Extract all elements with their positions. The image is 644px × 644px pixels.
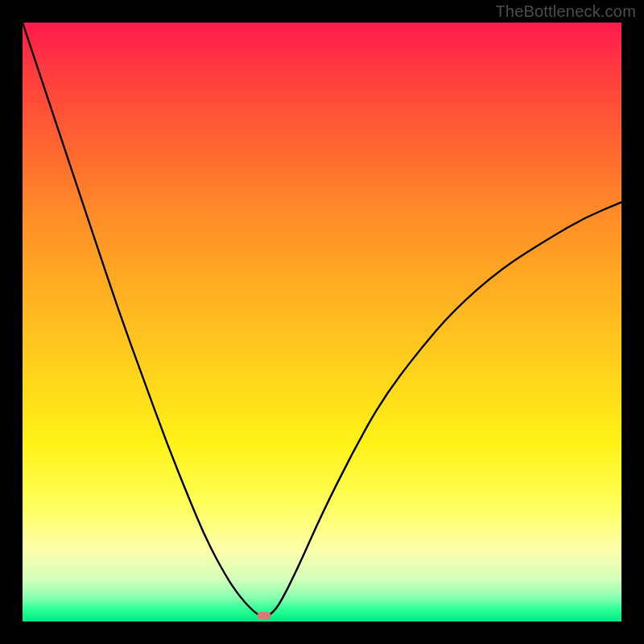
bottleneck-curve-path xyxy=(23,23,621,617)
watermark-text: TheBottleneck.com xyxy=(495,2,636,21)
curve-svg xyxy=(23,23,621,621)
optimum-marker xyxy=(257,612,270,620)
chart-frame: TheBottleneck.com xyxy=(0,0,644,644)
plot-area xyxy=(23,23,621,621)
